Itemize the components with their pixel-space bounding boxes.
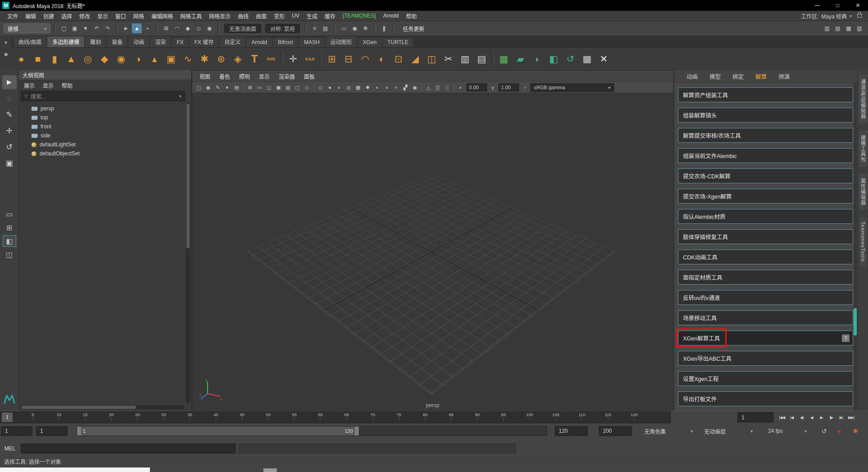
lock-camera-icon[interactable]: ◉ (204, 83, 212, 92)
toggle-attribute-editor-icon[interactable]: ▥ (822, 23, 832, 33)
save-scene-icon[interactable]: ▼ (81, 23, 90, 33)
maximize-button[interactable]: □ (827, 0, 848, 11)
new-scene-icon[interactable]: ▢ (59, 23, 69, 33)
character-set-dropdown[interactable]: 无角色集 ▾ (642, 426, 696, 436)
viewport-menu-item[interactable]: 显示 (254, 73, 274, 80)
workspace-value[interactable]: Maya 经典 (821, 12, 847, 20)
workspace-lock-icon[interactable] (857, 14, 862, 18)
insert-edge-loop-icon[interactable]: ▥ (457, 51, 473, 67)
auto-keyframe-icon[interactable]: ● (834, 426, 845, 436)
mirror-icon[interactable]: ◧ (546, 51, 561, 67)
depth-of-field-icon[interactable]: ◉ (411, 83, 419, 92)
camera-attributes-icon[interactable]: ✎ (213, 83, 222, 92)
poly-sphere-icon[interactable]: ● (14, 51, 29, 67)
outliner-horizontal-scrollbar[interactable] (21, 405, 184, 409)
tool-button-export-clapboard-file[interactable]: 导出打板文件 (678, 391, 853, 406)
step-forward-key-button[interactable]: ▶| (836, 413, 846, 422)
close-button[interactable]: ✕ (848, 0, 868, 11)
poly-plane-icon[interactable]: ◆ (97, 51, 112, 67)
viewport-menu-item[interactable]: 照明 (235, 73, 254, 80)
range-slider-track[interactable]: 1 120 (77, 426, 547, 436)
toggle-modeling-toolkit-icon[interactable]: ▧ (854, 23, 864, 33)
menu-item[interactable]: 编辑 (22, 12, 40, 20)
shelf-tab[interactable]: TURTLE (383, 38, 413, 47)
remesh-icon[interactable]: ↺ (563, 51, 578, 67)
shelf-tab[interactable]: 渲染 (150, 36, 171, 47)
tool-button-assemble-solve-camera[interactable]: 组装解算镜头 (678, 108, 853, 123)
live-surface-field[interactable]: 无激活曲面 (224, 24, 261, 33)
offset-edge-loop-icon[interactable]: ▤ (474, 51, 489, 67)
play-forwards-button[interactable]: ▶ (817, 413, 826, 422)
menu-item[interactable]: 帮助 (402, 12, 420, 20)
xray-active-components-icon[interactable]: ░ (443, 83, 452, 92)
playback-start-field[interactable]: 1 (36, 426, 68, 436)
menu-item[interactable]: 网格 (130, 12, 148, 20)
current-time-field[interactable]: 1 (737, 412, 773, 422)
gate-mask-icon[interactable]: ▣ (274, 83, 283, 92)
shelf-tab-menu-icon[interactable]: ▾ (5, 40, 7, 45)
panel-scrollbar[interactable] (854, 83, 857, 411)
menu-item[interactable]: 生成 (303, 12, 321, 20)
tool-button-setup-xgen-project[interactable]: 设置Xgen工程 (678, 371, 853, 386)
bevel-icon[interactable]: ◢ (407, 51, 423, 67)
isolate-select-icon[interactable]: △ (424, 83, 433, 92)
outliner-item-side[interactable]: side (19, 131, 191, 140)
tool-button-solve-submit-review-farm[interactable]: 解算提交审核/农场工具 (678, 128, 853, 143)
shelf-tab[interactable]: 运动图形 (326, 36, 357, 47)
outliner-item-defaultlightset[interactable]: defaultLightSet (19, 140, 191, 149)
outliner-menu-item[interactable]: 帮助 (58, 82, 77, 89)
make-live-icon[interactable]: ◉ (204, 23, 214, 33)
layout-four-pane[interactable]: ⊞ (3, 222, 16, 233)
boolean-icon[interactable]: ◐ (374, 51, 389, 67)
select-tool[interactable]: ► (2, 75, 17, 90)
shelf-tab[interactable]: Arnold (246, 38, 272, 47)
tool-button-cdk-animation[interactable]: CDK动画工具 (678, 250, 853, 264)
panel-tab[interactable]: 动画 (681, 70, 704, 83)
step-forward-frame-button[interactable]: |▶ (827, 413, 836, 422)
locator-icon[interactable]: ✛ (285, 51, 301, 67)
separate-icon[interactable]: ⊟ (341, 51, 356, 67)
step-back-frame-button[interactable]: ◀| (797, 413, 806, 422)
menu-item[interactable]: 显示 (94, 12, 112, 20)
minimize-button[interactable]: — (807, 0, 827, 11)
tool-button-limb-intersection-fix[interactable]: 肢体穿插修复工具 (678, 229, 853, 244)
mel-input-field[interactable] (21, 444, 236, 454)
poly-cone-icon[interactable]: ▲ (63, 51, 79, 67)
animation-start-field[interactable]: 1 (1, 426, 32, 436)
playback-end-field[interactable]: 120 (555, 426, 588, 436)
lasso-tool[interactable]: ◌ (2, 91, 17, 106)
outliner-item-top[interactable]: top (19, 113, 191, 122)
viewport-menu-item[interactable]: 着色 (215, 73, 235, 80)
origin-locator-icon[interactable]: 0,0,0 (302, 51, 317, 67)
delete-edge-icon[interactable]: ✕ (596, 51, 611, 67)
move-tool[interactable]: ✛ (2, 123, 17, 138)
wireframe-icon[interactable]: ◇ (316, 83, 325, 92)
shelf-tab[interactable]: FX (172, 38, 188, 47)
smooth-shade-all-icon[interactable]: ● (326, 83, 334, 92)
menu-item[interactable]: 曲线 (234, 12, 252, 20)
task-update-button[interactable]: 任务更新 (398, 25, 430, 32)
shelf-tab[interactable]: 动画 (128, 36, 149, 47)
menu-item[interactable]: 窗口 (112, 12, 130, 20)
safe-title-icon[interactable]: ◇ (303, 83, 311, 92)
animation-end-field[interactable]: 200 (599, 426, 632, 436)
menu-item[interactable]: 选择 (58, 12, 76, 20)
snap-to-curve-icon[interactable]: ◠ (172, 23, 182, 33)
use-default-material-icon[interactable]: ◐ (335, 83, 344, 92)
symmetry-field[interactable]: 对称: 禁用 (265, 24, 300, 33)
menu-set-selector[interactable]: 建模 ▾ (4, 23, 50, 33)
snap-to-grid-icon[interactable]: ⊞ (161, 23, 171, 33)
pause-icon[interactable]: ∥ (379, 23, 389, 33)
open-scene-icon[interactable]: ▣ (70, 23, 80, 33)
textured-icon[interactable]: ▦ (354, 83, 362, 92)
snap-to-plane-icon[interactable]: ◇ (194, 23, 203, 33)
layout-single-pane[interactable]: ▭ (3, 208, 16, 220)
outliner-item-defaultobjectset[interactable]: defaultObjectSet (19, 149, 191, 158)
snap-to-point-icon[interactable]: ◆ (183, 23, 193, 33)
transfer-attributes-icon[interactable]: ▦ (579, 51, 595, 67)
menu-item[interactable]: UV (288, 13, 303, 19)
poly-cylinder-icon[interactable]: ▮ (47, 51, 62, 67)
poly-torus-icon[interactable]: ◎ (80, 51, 95, 67)
filter-icon[interactable]: ▽ (24, 94, 27, 99)
panel-tab[interactable]: 预演 (773, 70, 796, 83)
